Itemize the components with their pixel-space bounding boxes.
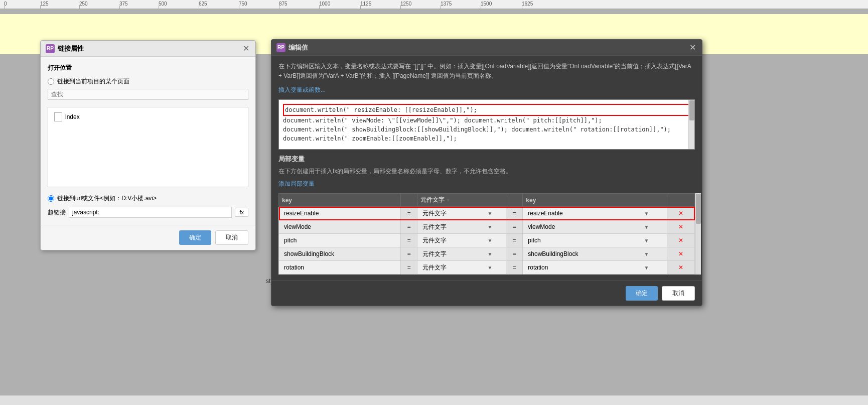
url-input[interactable]: [69, 207, 232, 218]
fx-button[interactable]: fx: [235, 208, 248, 217]
row2-key2: ▼: [523, 220, 667, 234]
open-location-label: 打开位置: [48, 64, 248, 72]
edit-panel-body: 在下方编辑区输入文本，变量名称或表达式要写在 "[["]]" 中。例如：插入变量…: [271, 56, 702, 281]
row2-type-dropdown[interactable]: ▼: [487, 224, 492, 230]
edit-panel-title-text: 编辑值: [288, 43, 308, 52]
row4-type-dropdown[interactable]: ▼: [487, 251, 492, 257]
row3-type-dropdown[interactable]: ▼: [487, 238, 492, 243]
link-panel-body: 打开位置 链接到当前项目的某个页面 index 链接到url或文件<例如：D:V…: [41, 57, 255, 225]
row1-type-input[interactable]: [420, 209, 486, 218]
row3-key2-input[interactable]: [526, 236, 643, 245]
ruler-mark-375: 375: [119, 1, 128, 7]
bottom-bar: [0, 395, 868, 405]
table-row: = ▼ = ▼: [279, 234, 695, 247]
row3-eq2: =: [506, 234, 523, 247]
ruler-mark-1125: 1125: [360, 1, 371, 7]
file-icon: [54, 112, 62, 121]
code-editor[interactable]: document.writeln(" resizeEnable: [[resiz…: [278, 99, 695, 150]
type-header-dropdown[interactable]: ▼: [446, 197, 451, 203]
col-eq-header: [401, 194, 417, 207]
row1-key2: ▼: [523, 207, 667, 220]
row3-key2-dropdown[interactable]: ▼: [644, 238, 649, 243]
row4-key2-input[interactable]: [526, 249, 643, 258]
table-scrollbar-thumb[interactable]: [696, 194, 701, 224]
row3-type-input[interactable]: [420, 236, 486, 245]
row5-type-dropdown[interactable]: ▼: [487, 265, 492, 271]
link-panel-close-button[interactable]: ✕: [242, 44, 250, 53]
ruler-mark-500: 500: [159, 1, 167, 7]
row3-key1-input[interactable]: [282, 236, 397, 245]
code-line-6: document.writeln(" zoomEnable:[[zoomEnab…: [283, 135, 457, 142]
row5-delete[interactable]: ✕: [667, 261, 694, 275]
row4-key1-input[interactable]: [282, 249, 397, 258]
row2-delete[interactable]: ✕: [667, 220, 694, 234]
link-panel: RP 链接属性 ✕ 打开位置 链接到当前项目的某个页面 index 链接到: [40, 40, 256, 250]
row1-key2-dropdown[interactable]: ▼: [644, 211, 649, 216]
radio-page-input[interactable]: [48, 78, 54, 85]
row3-key1: [279, 234, 401, 247]
row5-key2-input[interactable]: [526, 263, 643, 272]
table-row: = ▼ = ▼: [279, 247, 695, 261]
radio-group: 链接到当前项目的某个页面 index: [48, 77, 248, 187]
row5-type-input[interactable]: [420, 263, 486, 272]
ruler-mark-1000: 1000: [319, 1, 330, 7]
code-line-4: document.writeln(" showBuildingBlock:[[s…: [283, 126, 508, 133]
edit-panel-header: RP 编辑值 ✕: [271, 40, 702, 56]
link-confirm-button[interactable]: 确定: [179, 230, 211, 245]
link-cancel-button[interactable]: 取消: [215, 230, 248, 245]
file-list: index: [48, 107, 248, 187]
ruler-mark-250: 250: [79, 1, 88, 7]
add-var-link[interactable]: 添加局部变量: [278, 180, 315, 188]
col-type-header: 元件文字 ▼: [417, 194, 506, 207]
edit-confirm-button[interactable]: 确定: [626, 286, 658, 301]
edit-cancel-button[interactable]: 取消: [662, 286, 695, 301]
row1-eq2: =: [506, 207, 523, 220]
row2-key2-dropdown[interactable]: ▼: [644, 224, 649, 230]
col-key1-header: key: [279, 194, 401, 207]
search-input[interactable]: [48, 89, 248, 100]
table-row: = ▼ = ▼: [279, 207, 695, 220]
row1-key2-input[interactable]: [526, 209, 643, 218]
row1-type-dropdown[interactable]: ▼: [487, 211, 492, 216]
row5-key1-input[interactable]: [282, 263, 397, 272]
link-panel-title: RP 链接属性: [46, 44, 84, 53]
table-scrollbar[interactable]: [695, 193, 701, 275]
row3-key2: ▼: [523, 234, 667, 247]
row5-key2-dropdown[interactable]: ▼: [644, 265, 649, 271]
code-scrollbar[interactable]: [688, 100, 694, 149]
row2-key2-input[interactable]: [526, 222, 643, 231]
row1-delete[interactable]: ✕: [667, 207, 694, 220]
row4-delete[interactable]: ✕: [667, 247, 694, 261]
row2-type: ▼: [417, 220, 506, 234]
vars-table-body: = ▼ = ▼: [279, 207, 695, 275]
file-item-index[interactable]: index: [51, 110, 245, 123]
vars-table-container: key 元件文字 ▼ key: [278, 193, 695, 275]
edit-panel-close-button[interactable]: ✕: [688, 43, 697, 52]
ruler-top: 0 125 250 375 500 625 750 875 1000 1125 …: [0, 0, 868, 9]
radio-url-input[interactable]: [48, 195, 54, 202]
row4-key2-dropdown[interactable]: ▼: [644, 251, 649, 257]
code-scrollbar-thumb[interactable]: [689, 100, 694, 120]
radio-url[interactable]: 链接到url或文件<例如：D:V小楼.avi>: [48, 194, 248, 203]
code-line-5: document.writeln(" rotation:[[rotation]]…: [511, 126, 671, 133]
row2-type-input[interactable]: [420, 222, 486, 231]
row5-key1: [279, 261, 401, 275]
row2-key1: [279, 220, 401, 234]
ruler-mark-125: 125: [40, 1, 49, 7]
radio-page[interactable]: 链接到当前项目的某个页面: [48, 77, 248, 86]
row3-eq: =: [401, 234, 417, 247]
description-text: 在下方编辑区输入文本，变量名称或表达式要写在 "[["]]" 中。例如：插入变量…: [278, 62, 695, 81]
row4-type: ▼: [417, 247, 506, 261]
edit-panel-title: RP 编辑值: [276, 43, 308, 52]
rp-logo-left: RP: [46, 44, 55, 53]
edit-panel: RP 编辑值 ✕ 在下方编辑区输入文本，变量名称或表达式要写在 "[["]]" …: [271, 39, 702, 306]
row2-key1-input[interactable]: [282, 222, 397, 231]
row5-type: ▼: [417, 261, 506, 275]
ruler-mark-1625: 1625: [522, 1, 533, 7]
insert-var-link[interactable]: 插入变量或函数...: [278, 86, 326, 94]
radio-page-label: 链接到当前项目的某个页面: [57, 77, 129, 86]
row1-key1-input[interactable]: [282, 209, 397, 218]
code-editor-container: document.writeln(" resizeEnable: [[resiz…: [278, 99, 695, 150]
row4-type-input[interactable]: [420, 249, 486, 258]
row3-delete[interactable]: ✕: [667, 234, 694, 247]
